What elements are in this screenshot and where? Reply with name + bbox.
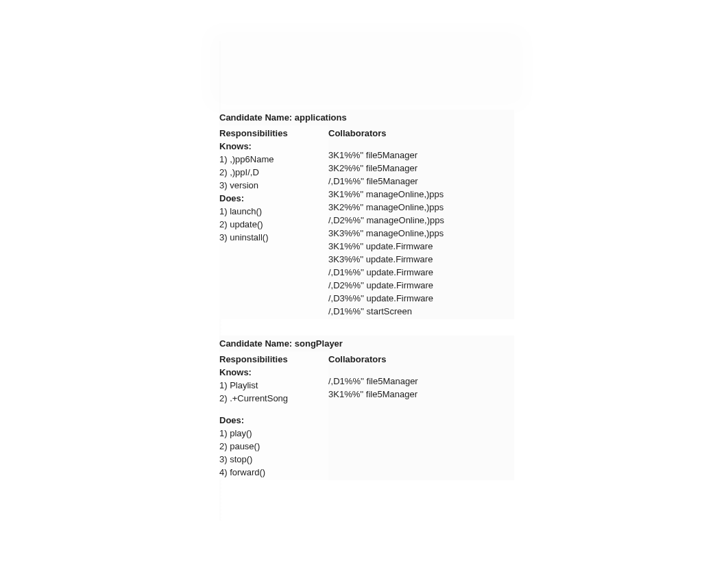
collab-item: 3K2%%'' file5Manager [328, 162, 511, 175]
collab-item: /,D1%%'' update.Firmware [328, 266, 511, 279]
collab-item: 3K1%%'' update.Firmware [328, 240, 511, 253]
knows-item: 3) version [219, 179, 326, 192]
title-name: songPlayer [295, 338, 343, 349]
does-item: 2) update() [219, 218, 326, 231]
collab-item: /,D1%%'' startScreen [328, 305, 511, 318]
collab-item: 3K2%%'' manageOnline,)pps [328, 201, 511, 214]
does-label: Does: [219, 192, 326, 205]
knows-item: 1) Playlist [219, 379, 326, 392]
responsibilities-column: Responsibilities Knows: 1) Playlist 2) .… [219, 351, 328, 480]
collaborators-header: Collaborators [328, 353, 511, 366]
collab-item: /,D1%%'' file5Manager [328, 375, 511, 388]
collab-item: 3K1%%'' file5Manager [328, 149, 511, 162]
does-item: 4) forward() [219, 466, 326, 479]
title-prefix: Candidate Name: [219, 112, 295, 123]
knows-item: 2) ,)ppI/,D [219, 166, 326, 179]
collaborators-header: Collaborators [328, 127, 511, 140]
knows-label: Knows: [219, 366, 326, 379]
does-item: 1) launch() [219, 205, 326, 218]
knows-label: Knows: [219, 140, 326, 153]
does-item: 3) uninstall() [219, 231, 326, 244]
crc-card-applications: Candidate Name: applications Responsibil… [219, 110, 514, 319]
does-item: 2) pause() [219, 440, 326, 453]
collaborators-column: Collaborators /,D1%%'' file5Manager 3K1%… [328, 351, 514, 480]
collab-item: 3K1%%'' file5Manager [328, 388, 511, 401]
collab-item: 3K1%%'' manageOnline,)pps [328, 188, 511, 201]
collaborators-column: Collaborators 3K1%%'' file5Manager 3K2%%… [328, 125, 514, 319]
collab-item: /,D3%%'' update.Firmware [328, 292, 511, 305]
collab-item: /,D2%%'' manageOnline,)pps [328, 214, 511, 227]
responsibilities-column: Responsibilities Knows: 1) ,)pp6Name 2) … [219, 125, 328, 319]
collab-item: 3K3%%'' update.Firmware [328, 253, 511, 266]
does-item: 3) stop() [219, 453, 326, 466]
does-item: 1) play() [219, 427, 326, 440]
card-title: Candidate Name: applications [219, 110, 514, 125]
card-title: Candidate Name: songPlayer [219, 336, 514, 351]
responsibilities-header: Responsibilities [219, 127, 326, 140]
collab-item: /,D1%%'' file5Manager [328, 175, 511, 188]
collab-item: 3K3%%'' manageOnline,)pps [328, 227, 511, 240]
responsibilities-header: Responsibilities [219, 353, 326, 366]
crc-card-songplayer: Candidate Name: songPlayer Responsibilit… [219, 336, 514, 480]
title-prefix: Candidate Name: [219, 338, 295, 349]
knows-item: 1) ,)pp6Name [219, 153, 326, 166]
does-label: Does: [219, 414, 326, 427]
page-content: Candidate Name: applications Responsibil… [219, 41, 514, 480]
knows-item: 2) .+CurrentSong [219, 392, 326, 405]
collab-item: /,D2%%'' update.Firmware [328, 279, 511, 292]
title-name: applications [295, 112, 347, 123]
